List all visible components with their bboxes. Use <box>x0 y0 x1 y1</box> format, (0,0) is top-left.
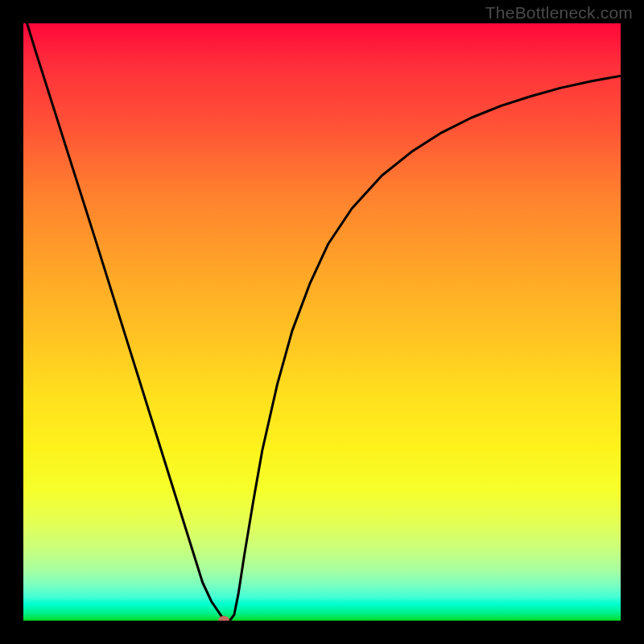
plot-area <box>23 23 621 621</box>
chart-frame: TheBottleneck.com <box>0 0 644 644</box>
marker-dot <box>218 616 229 621</box>
bottleneck-curve <box>23 23 621 621</box>
watermark-text: TheBottleneck.com <box>485 3 633 23</box>
